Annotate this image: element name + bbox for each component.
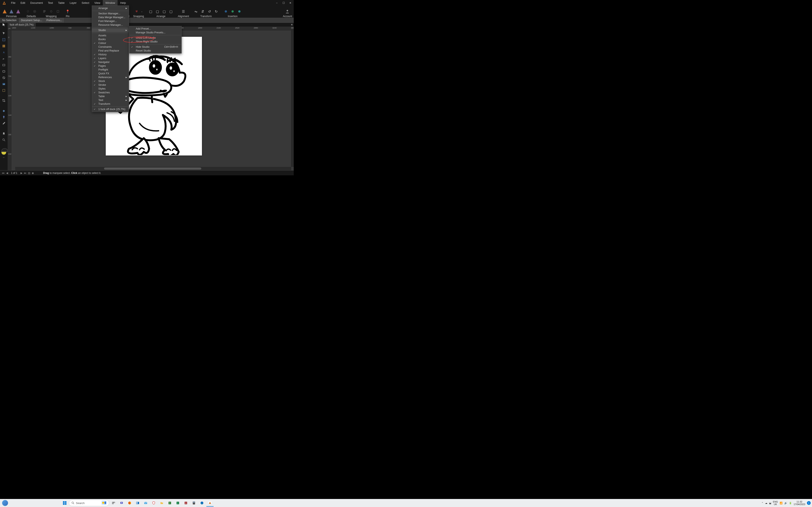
wrap-edit-icon[interactable]	[48, 8, 54, 14]
account-group[interactable]: Account	[283, 8, 292, 18]
menu-item-show-left-studio[interactable]: ✓Show Left Studio	[130, 36, 182, 40]
menu-item-reset-studio[interactable]: Reset Studio	[130, 49, 182, 53]
minimize-button[interactable]: −	[273, 0, 280, 6]
menu-item-section-manager[interactable]: Section Manager...	[92, 12, 129, 15]
photo-persona-icon[interactable]	[15, 8, 21, 14]
insert-inside-icon[interactable]	[223, 8, 229, 14]
fill-tool-icon[interactable]	[1, 108, 7, 113]
rotate-ccw-icon[interactable]: ↺	[206, 8, 212, 14]
menu-item-find-and-replace[interactable]: Find and Replace	[92, 49, 129, 53]
zoom-tool-icon[interactable]	[1, 137, 7, 143]
menu-item-quick-fx[interactable]: Quick FX	[92, 72, 129, 75]
menu-item-data-merge-manager[interactable]: Data Merge Manager...	[92, 15, 129, 19]
flip-h-icon[interactable]: ⇋	[193, 8, 199, 14]
menu-select[interactable]: Select	[79, 0, 92, 6]
menu-item-books[interactable]: Books	[92, 38, 129, 41]
menu-item-constraints[interactable]: Constraints	[92, 45, 129, 49]
frame-text-tool-icon[interactable]: T	[1, 37, 7, 42]
menu-item-add-preset[interactable]: Add Preset...	[130, 27, 182, 31]
menu-item-arrange[interactable]: Arrange▶	[92, 6, 129, 10]
menu-item-colour[interactable]: ✓Colour	[92, 41, 129, 45]
menu-window[interactable]: Window	[103, 0, 117, 6]
flip-v-icon[interactable]: ⇵	[200, 8, 206, 14]
swap-colours-icon[interactable]: ⤺	[3, 156, 5, 159]
menu-item-show-right-studio[interactable]: ✓Show Right Studio	[130, 40, 182, 44]
document-setup-button[interactable]: Document Setup...	[19, 18, 44, 23]
artistic-text-tool-icon[interactable]: A	[1, 50, 7, 55]
sync-defaults-icon[interactable]	[25, 8, 31, 14]
menu-item-transform[interactable]: ✓Transform	[92, 102, 129, 106]
wrap-settings-icon[interactable]	[42, 8, 47, 14]
transparency-tool-icon[interactable]	[1, 114, 7, 120]
menu-item-table[interactable]: Table▶	[92, 95, 129, 98]
document-tab[interactable]: fuck off duck (25.7%)	[8, 23, 36, 26]
menu-item-text[interactable]: Text▶	[92, 98, 129, 102]
pen-tool-icon[interactable]	[1, 56, 7, 61]
menu-item-preflight[interactable]: Preflight	[92, 68, 129, 72]
fwd-one-icon[interactable]: ▢	[161, 8, 167, 14]
menu-item-resource-manager[interactable]: Resource Manager...	[92, 23, 129, 27]
menu-item-history[interactable]: ✓History	[92, 53, 129, 56]
crop-tool-icon[interactable]	[1, 98, 7, 103]
view-tool-icon[interactable]	[1, 131, 7, 136]
menu-item-navigator[interactable]: ✓Navigator	[92, 60, 129, 64]
move-front-icon[interactable]: ▢	[168, 8, 174, 14]
node-tool-icon[interactable]	[1, 31, 7, 36]
colour-swatch[interactable]	[1, 150, 7, 155]
prev-spread-icon[interactable]: ◀	[5, 172, 9, 174]
next-spread-icon[interactable]: ▶	[19, 172, 23, 174]
menu-item-stock[interactable]: ✓Stock	[92, 79, 129, 83]
ellipse-tool-icon[interactable]	[1, 69, 7, 74]
menu-edit[interactable]: Edit	[18, 0, 28, 6]
menu-view[interactable]: View	[92, 0, 103, 6]
publisher-persona-icon[interactable]	[2, 8, 8, 14]
menu-item-assets[interactable]: Assets	[92, 34, 129, 38]
preview-mode-icon[interactable]: ◉	[31, 172, 35, 174]
menu-item-references[interactable]: References▶	[92, 75, 129, 79]
menu-item-pages[interactable]: ✓Pages	[92, 64, 129, 68]
maximize-button[interactable]: ☐	[280, 0, 287, 6]
menu-item-font-manager[interactable]: Font Manager...	[92, 19, 129, 23]
insert-top-icon[interactable]	[237, 8, 242, 14]
move-back-icon[interactable]: ▢	[148, 8, 154, 14]
menu-table[interactable]: Table	[55, 0, 67, 6]
rectangle-tool-icon[interactable]	[1, 62, 7, 68]
menu-help[interactable]: Help	[117, 0, 129, 6]
picture-frame-tool-icon[interactable]	[1, 81, 7, 87]
rotate-cw-icon[interactable]: ↻	[213, 8, 219, 14]
horizontal-scrollbar[interactable]	[15, 167, 291, 170]
snapping-dropdown-icon[interactable]: ⌄	[140, 8, 143, 14]
pages-panel-icon[interactable]: ▤	[27, 172, 31, 174]
pin-icon[interactable]: 📍	[65, 8, 70, 14]
menu-item-stroke[interactable]: ✓Stroke	[92, 83, 129, 87]
colour-picker-tool-icon[interactable]	[1, 121, 7, 126]
last-spread-icon[interactable]: ⏭	[23, 172, 27, 174]
menu-item-studio[interactable]: Studio▶	[92, 28, 129, 32]
back-one-icon[interactable]: ▢	[155, 8, 160, 14]
snapping-icon[interactable]	[134, 8, 140, 14]
shape-tool-icon[interactable]	[1, 75, 7, 80]
menu-item-hide-studio[interactable]: ✓Hide StudioCtrl+Shift+H	[130, 45, 182, 49]
menu-item-styles[interactable]: Styles	[92, 87, 129, 91]
preferences-button[interactable]: Preferences...	[44, 18, 64, 23]
table-tool-icon[interactable]	[1, 44, 7, 49]
vertical-scrollbar[interactable]	[291, 31, 294, 167]
first-spread-icon[interactable]: ⏮	[1, 172, 5, 174]
close-button[interactable]: ✕	[287, 0, 294, 6]
account-icon[interactable]	[285, 8, 290, 14]
move-tool-icon[interactable]	[0, 23, 8, 26]
menu-item-manage-studio-presets[interactable]: Manage Studio Presets...	[130, 31, 182, 35]
menu-document[interactable]: Document	[28, 0, 45, 6]
menu-file[interactable]: File	[8, 0, 18, 6]
document-tab-close-icon[interactable]: ✕	[290, 23, 294, 26]
wrap-show-icon[interactable]	[55, 8, 61, 14]
menu-item-swatches[interactable]: ✓Swatches	[92, 91, 129, 95]
app-icon[interactable]	[0, 0, 8, 6]
menu-item-layers[interactable]: ✓Layers	[92, 56, 129, 60]
alignment-icon[interactable]: ☰	[181, 8, 186, 14]
menu-layer[interactable]: Layer	[67, 0, 79, 6]
menu-item-1-fuck-off-duck-25-7[interactable]: ✓1 fuck off duck (25.7%)	[92, 107, 129, 111]
menu-text[interactable]: Text	[45, 0, 56, 6]
insert-behind-icon[interactable]	[230, 8, 236, 14]
revert-defaults-icon[interactable]	[32, 8, 38, 14]
